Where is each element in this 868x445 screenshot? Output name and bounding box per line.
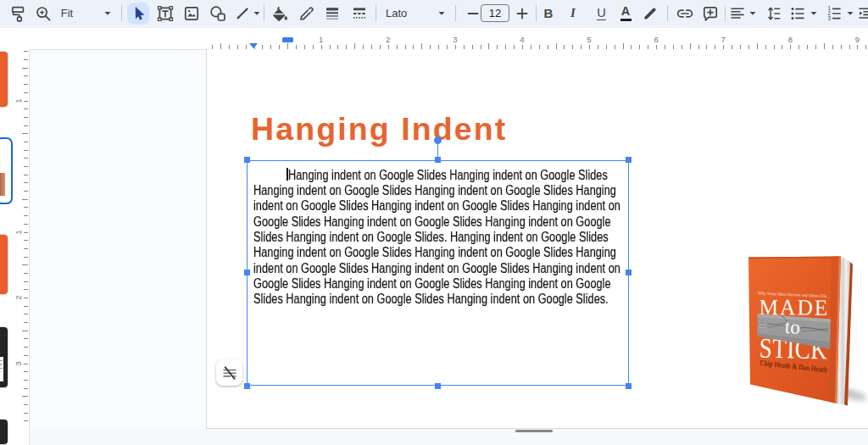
svg-text:to: to (784, 316, 800, 338)
svg-text:3: 3 (827, 15, 831, 21)
